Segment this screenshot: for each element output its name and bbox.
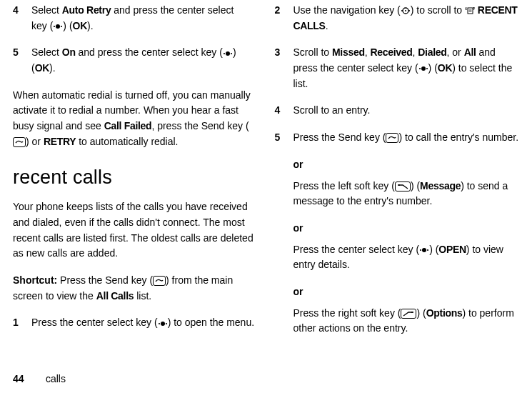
right-column: 2 Use the navigation key () to scroll to… bbox=[266, 3, 533, 361]
right-softkey-icon bbox=[401, 309, 416, 319]
svg-point-7 bbox=[161, 322, 165, 326]
paragraph-recent-description: Your phone keeps lists of the calls you … bbox=[13, 199, 258, 262]
text: Press the left soft key ( bbox=[293, 180, 395, 191]
step-body: Scroll to Missed, Received, Dialed, or A… bbox=[293, 45, 520, 91]
center-select-icon bbox=[158, 319, 168, 328]
send-key-icon bbox=[153, 276, 166, 286]
svg-point-0 bbox=[54, 26, 55, 27]
svg-text:‘: ‘ bbox=[465, 6, 467, 15]
label-ok: OK bbox=[35, 62, 49, 74]
text: Press the center select key ( bbox=[31, 317, 158, 328]
svg-point-8 bbox=[166, 323, 167, 324]
navigation-key-icon bbox=[401, 6, 411, 16]
label-dialed: Dialed bbox=[418, 46, 446, 58]
svg-point-23 bbox=[422, 248, 426, 252]
menu-icon: ‘’ bbox=[465, 6, 475, 16]
text: Press the center select key ( bbox=[293, 244, 420, 255]
svg-point-6 bbox=[159, 323, 160, 324]
heading-recent-calls: recent calls bbox=[13, 163, 258, 193]
text: , press the Send key ( bbox=[151, 120, 249, 131]
text: , or bbox=[447, 46, 464, 58]
text: Select bbox=[31, 46, 62, 58]
center-select-icon bbox=[419, 245, 429, 254]
text: Select bbox=[31, 4, 62, 16]
step-4-left: 4 Select Auto Retry and press the center… bbox=[13, 3, 258, 34]
text: ) to scroll to bbox=[411, 4, 465, 16]
step5-line3: Press the center select key () (OPEN) to… bbox=[293, 242, 520, 273]
text: ). bbox=[87, 20, 94, 31]
step-number: 2 bbox=[275, 3, 293, 34]
text: ) ( bbox=[416, 307, 426, 319]
svg-point-4 bbox=[226, 51, 230, 56]
step-4-right: 4 Scroll to an entry. bbox=[275, 103, 520, 119]
svg-point-11 bbox=[405, 10, 406, 11]
page-number: 44 bbox=[13, 372, 43, 387]
step-number: 1 bbox=[13, 315, 31, 331]
label-all-calls: All Calls bbox=[96, 290, 134, 302]
text: Press the Send key ( bbox=[293, 131, 386, 143]
svg-point-22 bbox=[420, 249, 421, 251]
label-received: Received bbox=[370, 46, 412, 58]
step-body: Scroll to an entry. bbox=[293, 103, 520, 119]
step5-line4: Press the right soft key () (Options) to… bbox=[293, 306, 520, 337]
svg-point-24 bbox=[427, 249, 428, 251]
step-number: 5 bbox=[275, 130, 293, 337]
text: ) ( bbox=[411, 180, 420, 191]
text: ) ( bbox=[428, 62, 438, 74]
label-auto-retry: Auto Retry bbox=[62, 4, 111, 16]
send-key-icon bbox=[13, 137, 26, 147]
step-body: Use the navigation key () to scroll to ‘… bbox=[293, 3, 520, 34]
step-5-right: 5 Press the Send key () to call the entr… bbox=[275, 130, 520, 337]
page-columns: 4 Select Auto Retry and press the center… bbox=[0, 0, 532, 361]
text: . bbox=[326, 20, 328, 31]
left-softkey-icon bbox=[395, 181, 411, 191]
step-number: 3 bbox=[275, 45, 293, 91]
svg-point-25 bbox=[411, 312, 413, 313]
svg-point-3 bbox=[224, 53, 225, 54]
label-all: All bbox=[464, 46, 476, 58]
step-number: 5 bbox=[13, 45, 31, 76]
text: Scroll to bbox=[293, 46, 332, 58]
label-shortcut: Shortcut: bbox=[13, 274, 57, 286]
center-select-icon bbox=[53, 21, 63, 31]
text: Scroll to an entry. bbox=[293, 104, 371, 116]
step-body: Select On and press the center select ke… bbox=[31, 45, 258, 76]
text: ). bbox=[49, 62, 56, 74]
svg-point-20 bbox=[426, 68, 427, 69]
text: ) ( bbox=[429, 244, 438, 255]
svg-point-1 bbox=[56, 24, 60, 29]
text: ) or bbox=[26, 136, 44, 147]
svg-rect-14 bbox=[468, 8, 473, 14]
label-ok: OK bbox=[438, 62, 452, 74]
text: and press the center select key ( bbox=[76, 46, 223, 58]
svg-point-18 bbox=[418, 68, 420, 69]
label-call-failed: Call Failed bbox=[104, 120, 152, 131]
text: list. bbox=[134, 290, 151, 302]
label-retry: RETRY bbox=[44, 136, 76, 147]
text: Press the Send key ( bbox=[57, 274, 153, 286]
step-number: 4 bbox=[275, 103, 293, 119]
step5-line2: Press the left soft key () (Message) to … bbox=[293, 179, 520, 209]
text: ) to call the entry's number. bbox=[398, 131, 518, 143]
text: Press the right soft key ( bbox=[293, 307, 401, 319]
left-column: 4 Select Auto Retry and press the center… bbox=[0, 3, 266, 361]
text: Use the navigation key ( bbox=[293, 4, 401, 16]
label-open: OPEN bbox=[438, 244, 466, 255]
label-message: Message bbox=[420, 180, 461, 191]
svg-point-19 bbox=[421, 66, 426, 71]
label-options: Options bbox=[426, 307, 463, 319]
page-footer: 44 calls bbox=[13, 372, 66, 387]
or-divider: or bbox=[293, 284, 520, 300]
svg-point-5 bbox=[231, 53, 232, 54]
text: to automatically redial. bbox=[76, 136, 178, 147]
step-body: Select Auto Retry and press the center s… bbox=[31, 3, 258, 34]
step-number: 4 bbox=[13, 3, 31, 34]
label-on: On bbox=[62, 46, 76, 58]
text: ) to open the menu. bbox=[168, 317, 254, 328]
label-missed: Missed bbox=[332, 46, 365, 58]
svg-point-12 bbox=[408, 10, 410, 11]
send-key-icon bbox=[386, 133, 398, 143]
or-divider: or bbox=[293, 221, 520, 237]
center-select-icon bbox=[223, 49, 233, 58]
step5-line1: Press the Send key () to call the entry'… bbox=[293, 130, 520, 146]
